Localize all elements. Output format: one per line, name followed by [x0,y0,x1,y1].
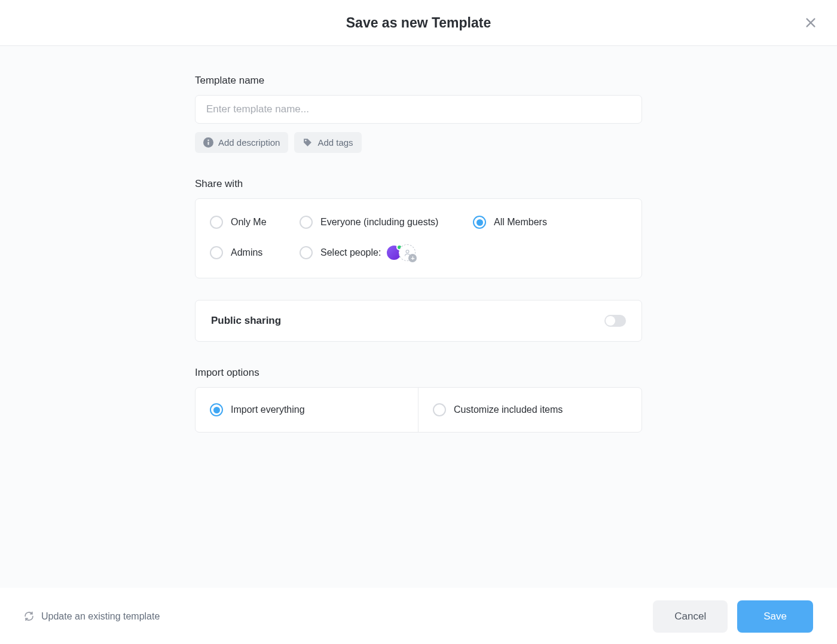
cancel-button[interactable]: Cancel [653,600,728,633]
radio-dot [476,219,483,226]
content-wrapper: Template name Add description [195,75,642,433]
chip-row: Add description Add tags [195,132,642,153]
add-tags-button[interactable]: Add tags [294,132,361,153]
modal-header: Save as new Template [0,0,837,46]
refresh-icon [24,611,34,621]
radio-import-everything[interactable]: Import everything [195,388,418,432]
close-icon [804,16,817,29]
template-name-label: Template name [195,75,642,87]
modal-footer: Update an existing template Cancel Save [0,588,837,644]
tag-icon [303,137,313,148]
radio-circle-selected [210,403,223,416]
select-people-wrapper: Select people: [300,244,473,261]
modal-body: Template name Add description [0,46,837,588]
radio-label-only-me: Only Me [231,217,267,228]
save-template-modal: Save as new Template Template name [0,0,837,644]
public-sharing-toggle[interactable] [604,315,626,327]
radio-circle [210,246,223,259]
avatar-stack: + [386,244,416,261]
radio-label-customize: Customize included items [454,404,563,415]
share-radio-grid: Only Me Everyone (including guests) [210,216,627,261]
radio-dot [213,407,220,413]
toggle-knob [606,316,615,326]
radio-label-admins: Admins [231,247,262,258]
radio-everyone[interactable]: Everyone (including guests) [300,216,473,229]
modal-title: Save as new Template [346,15,491,31]
radio-all-members[interactable]: All Members [473,216,627,229]
radio-only-me[interactable]: Only Me [210,216,300,229]
svg-point-5 [305,140,307,142]
plus-icon: + [408,254,417,262]
share-with-card: Only Me Everyone (including guests) [195,198,642,278]
footer-actions: Cancel Save [653,600,813,633]
radio-customize-items[interactable]: Customize included items [418,388,642,432]
radio-admins[interactable]: Admins [210,246,300,259]
svg-point-3 [207,140,209,142]
radio-label-import-everything: Import everything [231,404,305,415]
add-description-button[interactable]: Add description [195,132,288,153]
template-name-section: Template name Add description [195,75,642,153]
share-with-label: Share with [195,178,642,190]
radio-label-everyone: Everyone (including guests) [320,217,438,228]
svg-rect-4 [207,142,209,145]
save-button[interactable]: Save [737,600,813,633]
info-icon [203,137,213,148]
radio-circle [433,403,446,416]
update-existing-link[interactable]: Update an existing template [24,611,160,622]
radio-select-people[interactable]: Select people: [300,246,381,259]
add-people-button[interactable]: + [399,244,416,261]
add-tags-label: Add tags [317,137,353,148]
radio-circle [210,216,223,229]
import-options-card: Import everything Customize included ite… [195,387,642,433]
update-existing-label: Update an existing template [41,611,160,622]
import-options-label: Import options [195,367,642,379]
close-button[interactable] [801,13,820,32]
radio-circle [300,246,313,259]
import-options-section: Import options Import everything Customi… [195,367,642,433]
radio-label-select-people: Select people: [320,247,381,258]
add-description-label: Add description [218,137,280,148]
template-name-input[interactable] [195,95,642,124]
people-group: + [386,244,416,261]
svg-point-6 [406,250,409,253]
public-sharing-card: Public sharing [195,300,642,342]
radio-circle [300,216,313,229]
public-sharing-label: Public sharing [211,315,281,327]
share-with-section: Share with Only Me Everyone (including g… [195,178,642,278]
radio-label-all-members: All Members [494,217,547,228]
radio-circle-selected [473,216,486,229]
